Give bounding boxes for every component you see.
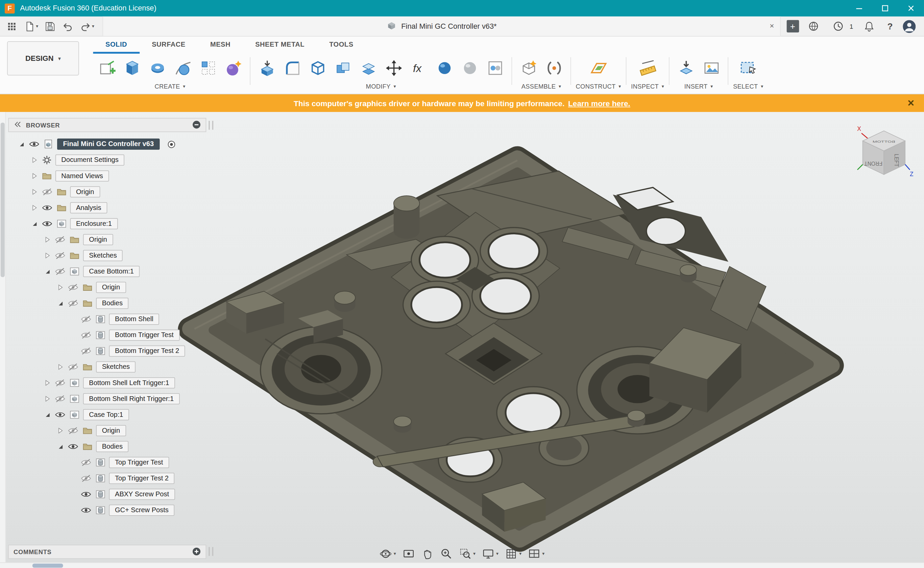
browser-item-final-mini-gc-controller-v63[interactable]: Final Mini GC Controller v63 [8, 136, 206, 152]
browser-item-label[interactable]: Bottom Shell [109, 314, 160, 325]
joint-button[interactable] [542, 56, 566, 80]
browser-item-label[interactable]: Origin [70, 186, 100, 198]
visibility-on-icon[interactable] [41, 204, 53, 211]
ribbon-group-label[interactable]: CREATE▾ [154, 83, 185, 89]
expand-comments-icon[interactable] [192, 547, 201, 557]
browser-item-label[interactable]: GC+ Screw Posts [109, 505, 175, 516]
visibility-off-icon[interactable] [80, 331, 91, 339]
visibility-off-icon[interactable] [80, 459, 91, 467]
browser-item-label[interactable]: Bodies [96, 298, 128, 309]
ribbon-tab-solid[interactable]: SOLID [93, 36, 139, 54]
expand-arrow-icon[interactable] [56, 428, 63, 434]
visibility-off-icon[interactable] [80, 316, 91, 323]
grid-settings-button[interactable]: ▾ [505, 548, 522, 560]
browser-item-bottom-shell-left-trigger-1[interactable]: Bottom Shell Left Trigger:1 [8, 375, 206, 391]
orbit-button[interactable]: ▾ [380, 548, 396, 560]
minimize-panel-icon[interactable] [192, 120, 201, 130]
visibility-on-icon[interactable] [29, 140, 39, 148]
browser-item-bodies[interactable]: Bodies [8, 296, 206, 311]
viewcube-face-left[interactable]: LEFT [894, 154, 899, 167]
revolve-button[interactable] [146, 56, 169, 80]
browser-item-bottom-shell-right-trigger-1[interactable]: Bottom Shell Right Trigger:1 [8, 391, 206, 407]
combine-button[interactable] [331, 56, 355, 80]
viewport-canvas[interactable]: X BOTTOM FRONT LEFT Z BROWSER Final Mini… [0, 112, 924, 568]
horizontal-scrollbar-thumb[interactable] [32, 563, 63, 568]
learn-more-link[interactable]: Learn more here. [568, 99, 630, 107]
browser-item-document-settings[interactable]: Document Settings [8, 152, 206, 168]
activate-radio-icon[interactable] [167, 140, 175, 148]
browser-item-sketches[interactable]: Sketches [8, 248, 206, 263]
visibility-off-icon[interactable] [67, 427, 78, 434]
undo-button[interactable] [59, 19, 76, 34]
collapse-arrow-icon[interactable] [44, 268, 51, 275]
browser-item-gc-screw-posts[interactable]: GC+ Screw Posts [8, 502, 206, 518]
visibility-off-icon[interactable] [54, 379, 65, 387]
expand-arrow-icon[interactable] [31, 204, 38, 211]
browser-item-abxy-screw-post[interactable]: ABXY Screw Post [8, 486, 206, 502]
expand-arrow-icon[interactable] [44, 380, 51, 386]
visibility-on-icon[interactable] [41, 220, 53, 228]
vertical-scrollbar[interactable] [0, 112, 6, 562]
ribbon-group-label[interactable]: INSERT▾ [684, 83, 713, 89]
ribbon-group-label[interactable]: ASSEMBLE▾ [522, 83, 561, 89]
browser-item-label[interactable]: Bottom Shell Right Trigger:1 [83, 393, 180, 404]
visibility-off-icon[interactable] [80, 347, 91, 355]
expand-arrow-icon[interactable] [31, 189, 38, 195]
browser-item-origin[interactable]: Origin [8, 279, 206, 295]
fillet-button[interactable] [280, 56, 304, 80]
visibility-off-icon[interactable] [54, 252, 65, 260]
browser-item-label[interactable]: Enclosure:1 [70, 218, 118, 229]
browser-item-label[interactable]: Origin [96, 282, 126, 293]
minimize-button[interactable] [846, 0, 872, 17]
browser-item-sketches[interactable]: Sketches [8, 359, 206, 375]
redo-button[interactable]: ▾ [77, 19, 96, 34]
visibility-on-icon[interactable] [54, 411, 65, 418]
browser-item-analysis[interactable]: Analysis [8, 200, 206, 216]
panel-resize-grip[interactable] [208, 547, 213, 556]
visibility-on-icon[interactable] [67, 443, 78, 450]
visibility-off-icon[interactable] [41, 188, 53, 196]
browser-item-bottom-shell[interactable]: Bottom Shell [8, 311, 206, 327]
ribbon-group-label[interactable]: SELECT▾ [733, 83, 763, 89]
ribbon-tab-mesh[interactable]: MESH [198, 36, 243, 54]
user-avatar[interactable] [903, 20, 915, 32]
help-icon[interactable]: ? [885, 19, 895, 34]
visibility-off-icon[interactable] [67, 299, 78, 307]
browser-item-enclosure-1[interactable]: Enclosure:1 [8, 216, 206, 231]
expand-arrow-icon[interactable] [31, 157, 38, 163]
measure-button[interactable] [636, 56, 659, 80]
browser-item-label[interactable]: Top Trigger Test 2 [109, 473, 175, 484]
visibility-off-icon[interactable] [54, 236, 65, 243]
browser-item-label[interactable]: Top Trigger Test [109, 457, 169, 468]
pan-button[interactable] [421, 548, 434, 560]
web-sync-icon[interactable] [805, 19, 822, 34]
maximize-button[interactable] [872, 0, 898, 17]
collapse-arrow-icon[interactable] [31, 221, 38, 227]
browser-item-label[interactable]: Origin [96, 425, 126, 436]
construction-plane-button[interactable] [587, 56, 610, 80]
ribbon-tab-surface[interactable]: SURFACE [140, 36, 198, 54]
browser-item-bodies[interactable]: Bodies [8, 438, 206, 455]
browser-item-top-trigger-test-2[interactable]: Top Trigger Test 2 [8, 470, 206, 486]
document-tab-close-icon[interactable]: × [770, 21, 774, 30]
new-sketch-button[interactable] [95, 56, 119, 80]
new-tab-button[interactable]: + [787, 20, 799, 32]
collapse-panel-icon[interactable] [14, 121, 21, 129]
browser-item-label[interactable]: Final Mini GC Controller v63 [57, 139, 160, 150]
change-parameters-button[interactable]: fx [407, 56, 431, 80]
browser-item-case-top-1[interactable]: Case Top:1 [8, 407, 206, 423]
physical-material-button[interactable] [433, 56, 456, 80]
browser-item-bottom-trigger-test[interactable]: Bottom Trigger Test [8, 327, 206, 343]
browser-item-origin[interactable]: Origin [8, 423, 206, 438]
visibility-off-icon[interactable] [67, 284, 78, 292]
pattern-button[interactable] [196, 56, 220, 80]
ribbon-tab-sheet-metal[interactable]: SHEET METAL [243, 36, 317, 54]
form-button[interactable] [222, 56, 246, 80]
select-window-button[interactable] [736, 56, 760, 80]
browser-item-origin[interactable]: Origin [8, 184, 206, 200]
expand-arrow-icon[interactable] [44, 252, 51, 258]
view-cube[interactable]: X BOTTOM FRONT LEFT Z [853, 121, 915, 183]
panel-resize-grip[interactable] [208, 121, 213, 130]
browser-item-label[interactable]: Bottom Trigger Test 2 [109, 346, 185, 357]
file-new-button[interactable]: ▾ [21, 19, 41, 34]
